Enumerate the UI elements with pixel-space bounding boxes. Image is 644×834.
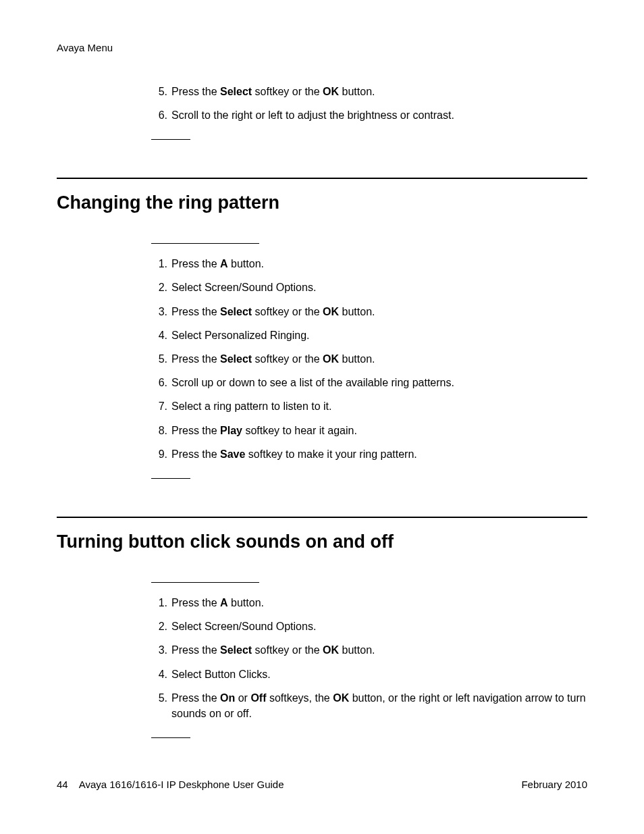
step-number: 5.: [151, 690, 167, 721]
step-text: Select a ring pattern to listen to it.: [171, 398, 587, 414]
step-number: 4.: [151, 667, 167, 682]
step-number: 8.: [151, 423, 167, 438]
page-number: 44: [57, 777, 68, 792]
step-item: 5.Press the Select softkey or the OK but…: [151, 84, 587, 99]
step-text: Press the Select softkey or the OK butto…: [171, 84, 587, 99]
section1-steps-list: 1.Press the A button.2.Select Screen/Sou…: [151, 256, 587, 462]
step-text: Press the A button.: [171, 256, 587, 271]
step-text: Select Screen/Sound Options.: [171, 280, 587, 295]
step-number: 1.: [151, 256, 167, 271]
short-divider: [151, 139, 190, 140]
step-item: 2.Select Screen/Sound Options.: [151, 619, 587, 634]
footer-title: Avaya 1616/1616-I IP Deskphone User Guid…: [79, 777, 284, 792]
step-number: 6.: [151, 375, 167, 390]
step-item: 6.Scroll to the right or left to adjust …: [151, 107, 587, 123]
footer-date: February 2010: [521, 777, 587, 792]
short-divider: [151, 478, 190, 479]
step-text: Select Button Clicks.: [171, 667, 587, 682]
section-heading-ring-pattern: Changing the ring pattern: [57, 190, 587, 216]
step-item: 4.Select Button Clicks.: [151, 667, 587, 682]
section2-steps-list: 1.Press the A button.2.Select Screen/Sou…: [151, 595, 587, 721]
step-text: Press the A button.: [171, 595, 587, 610]
step-text: Press the Play softkey to hear it again.: [171, 423, 587, 438]
intro-steps-block: 5.Press the Select softkey or the OK but…: [151, 84, 587, 123]
step-item: 1.Press the A button.: [151, 595, 587, 610]
step-item: 7.Select a ring pattern to listen to it.: [151, 398, 587, 414]
step-text: Press the Select softkey or the OK butto…: [171, 304, 587, 319]
running-header: Avaya Menu: [57, 41, 587, 55]
step-text: Scroll to the right or left to adjust th…: [171, 107, 587, 123]
intro-steps-list: 5.Press the Select softkey or the OK but…: [151, 84, 587, 123]
medium-divider: [151, 582, 259, 583]
page-footer: 44 Avaya 1616/1616-I IP Deskphone User G…: [57, 777, 587, 792]
step-text: Press the Save softkey to make it your r…: [171, 446, 587, 462]
step-item: 2.Select Screen/Sound Options.: [151, 280, 587, 295]
step-item: 6.Scroll up or down to see a list of the…: [151, 375, 587, 390]
step-text: Press the Select softkey or the OK butto…: [171, 351, 587, 367]
step-text: Press the On or Off softkeys, the OK but…: [171, 690, 587, 721]
step-number: 1.: [151, 595, 167, 610]
step-item: 5.Press the Select softkey or the OK but…: [151, 351, 587, 367]
step-item: 3.Press the Select softkey or the OK but…: [151, 642, 587, 658]
step-item: 4.Select Personalized Ringing.: [151, 328, 587, 343]
step-number: 9.: [151, 446, 167, 462]
short-divider: [151, 737, 190, 738]
section-heading-click-sounds: Turning button click sounds on and off: [57, 529, 587, 555]
step-number: 3.: [151, 642, 167, 658]
step-number: 4.: [151, 328, 167, 343]
step-number: 2.: [151, 280, 167, 295]
step-number: 6.: [151, 107, 167, 123]
step-number: 2.: [151, 619, 167, 634]
step-number: 5.: [151, 351, 167, 367]
step-text: Scroll up or down to see a list of the a…: [171, 375, 587, 390]
step-item: 3.Press the Select softkey or the OK but…: [151, 304, 587, 319]
step-number: 5.: [151, 84, 167, 99]
medium-divider: [151, 243, 259, 244]
step-text: Press the Select softkey or the OK butto…: [171, 642, 587, 658]
section2-steps-block: 1.Press the A button.2.Select Screen/Sou…: [151, 595, 587, 721]
step-item: 1.Press the A button.: [151, 256, 587, 271]
section-divider: [57, 178, 587, 179]
section1-steps-block: 1.Press the A button.2.Select Screen/Sou…: [151, 256, 587, 462]
section-divider: [57, 517, 587, 518]
step-number: 7.: [151, 398, 167, 414]
step-item: 5.Press the On or Off softkeys, the OK b…: [151, 690, 587, 721]
step-text: Select Screen/Sound Options.: [171, 619, 587, 634]
step-text: Select Personalized Ringing.: [171, 328, 587, 343]
step-item: 8.Press the Play softkey to hear it agai…: [151, 423, 587, 438]
step-number: 3.: [151, 304, 167, 319]
step-item: 9.Press the Save softkey to make it your…: [151, 446, 587, 462]
